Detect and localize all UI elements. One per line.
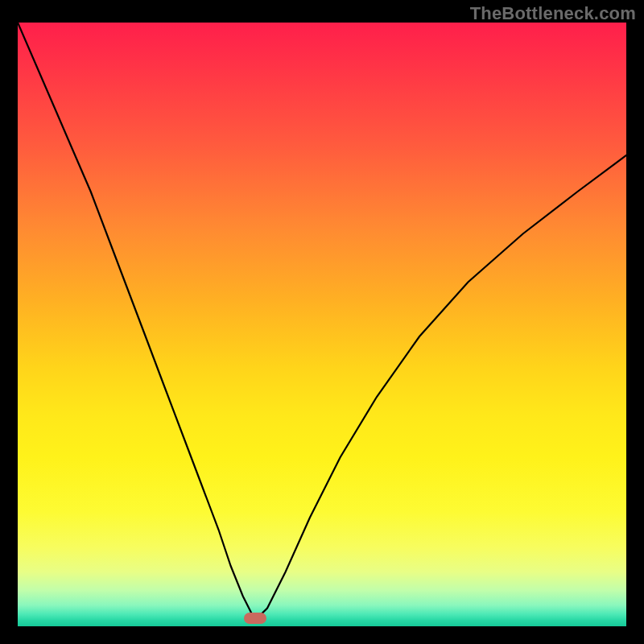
bottleneck-curve xyxy=(18,23,626,626)
curve-path xyxy=(18,23,626,621)
chart-frame: TheBottleneck.com xyxy=(0,0,644,644)
minimum-marker xyxy=(244,613,266,624)
plot-area xyxy=(18,23,626,626)
watermark-text: TheBottleneck.com xyxy=(470,3,636,24)
